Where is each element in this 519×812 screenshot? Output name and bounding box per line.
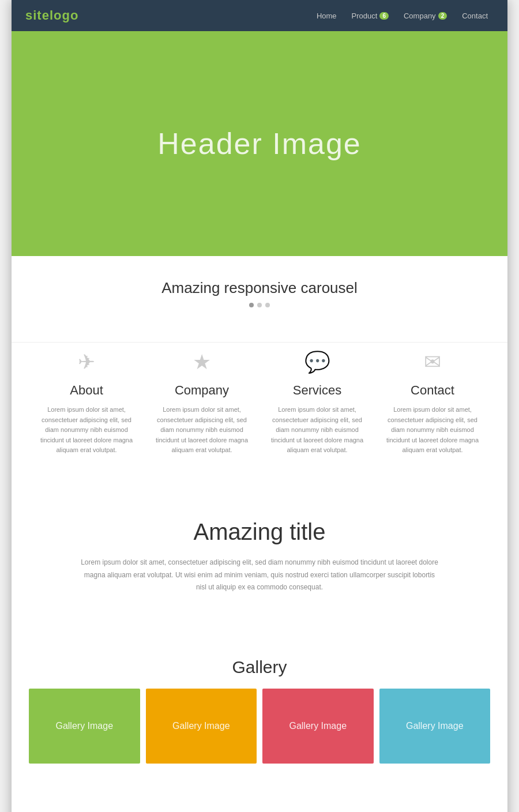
hero-title: Header Image: [157, 126, 362, 161]
features-section: About Lorem ipsum dolor sit amet, consec…: [12, 343, 507, 484]
carousel-dot-3[interactable]: [265, 303, 270, 307]
gallery-section: Gallery Gallery Image Gallery Image Gall…: [12, 634, 507, 798]
carousel-dots: [23, 303, 496, 307]
company-badge: 2: [438, 12, 447, 20]
nav-home[interactable]: Home: [311, 8, 343, 24]
feature-about-title: About: [37, 383, 136, 398]
amazing-title: Amazing title: [81, 519, 438, 545]
feature-services: Services Lorem ipsum dolor sit amet, con…: [268, 348, 366, 456]
nav-product[interactable]: Product 6: [346, 8, 394, 24]
feature-contact-text: Lorem ipsum dolor sit amet, consectetuer…: [383, 405, 482, 456]
logo-site: site: [25, 8, 50, 22]
carousel-title: Amazing responsive carousel: [23, 279, 496, 297]
amazing-text: Lorem ipsum dolor sit amet, consectetuer…: [81, 557, 438, 594]
amazing-section: Amazing title Lorem ipsum dolor sit amet…: [12, 484, 507, 634]
site-logo[interactable]: sitelogo: [25, 8, 78, 23]
gallery-title: Gallery: [29, 657, 490, 677]
gallery-item-1-label: Gallery Image: [55, 721, 113, 731]
chat-icon: [268, 348, 366, 376]
nav-contact[interactable]: Contact: [456, 8, 494, 24]
carousel-section: Amazing responsive carousel: [12, 256, 507, 343]
gallery-item-4[interactable]: Gallery Image: [379, 689, 491, 764]
carousel-dot-1[interactable]: [249, 303, 254, 307]
navbar: sitelogo Home Product 6 Company 2 Contac…: [12, 0, 507, 31]
gallery-item-3[interactable]: Gallery Image: [262, 689, 374, 764]
feature-about: About Lorem ipsum dolor sit amet, consec…: [37, 348, 136, 456]
feature-company: Company Lorem ipsum dolor sit amet, cons…: [153, 348, 251, 456]
feature-contact: Contact Lorem ipsum dolor sit amet, cons…: [383, 348, 482, 456]
feature-company-text: Lorem ipsum dolor sit amet, consectetuer…: [153, 405, 251, 456]
nav-product-label: Product: [352, 12, 378, 20]
gallery-item-3-label: Gallery Image: [289, 721, 347, 731]
gallery-item-2[interactable]: Gallery Image: [146, 689, 257, 764]
product-badge: 6: [379, 12, 389, 20]
nav-company-label: Company: [404, 12, 436, 20]
feature-services-text: Lorem ipsum dolor sit amet, consectetuer…: [268, 405, 366, 456]
feature-contact-title: Contact: [383, 383, 482, 398]
gallery-item-2-label: Gallery Image: [172, 721, 230, 731]
mail-icon: [383, 348, 482, 376]
hero-section: Header Image: [12, 31, 507, 256]
feature-company-title: Company: [153, 383, 251, 398]
gallery-item-1[interactable]: Gallery Image: [29, 689, 140, 764]
nav-contact-label: Contact: [462, 12, 488, 20]
logo-logo: logo: [50, 8, 78, 22]
plane-icon: [37, 348, 136, 376]
carousel-dot-2[interactable]: [257, 303, 262, 307]
star-icon: [153, 348, 251, 376]
gallery-grid: Gallery Image Gallery Image Gallery Imag…: [29, 689, 490, 764]
template-section: Amazing responsive template Lorem ipsum …: [12, 798, 507, 812]
nav-company[interactable]: Company 2: [398, 8, 453, 24]
nav-links: Home Product 6 Company 2 Contact: [311, 8, 494, 24]
feature-about-text: Lorem ipsum dolor sit amet, consectetuer…: [37, 405, 136, 456]
nav-home-label: Home: [317, 12, 337, 20]
gallery-item-4-label: Gallery Image: [406, 721, 464, 731]
feature-services-title: Services: [268, 383, 366, 398]
